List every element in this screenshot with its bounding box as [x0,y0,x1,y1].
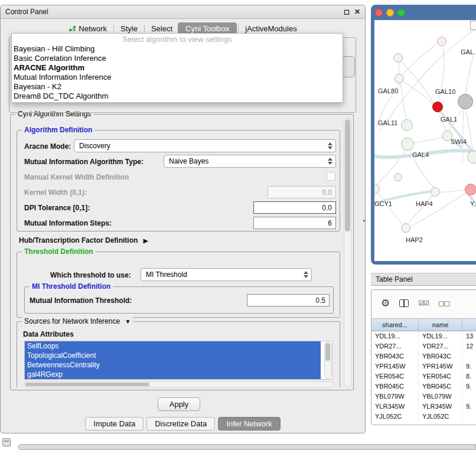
algorithm-option[interactable]: Bayesian - Hill Climbing [12,44,343,54]
sources-group: Sources for Network Inference ▼ Data Att… [17,321,340,387]
data-attribute-option[interactable]: gal4RGexp [25,370,321,379]
table-header-row: shared... name [371,318,476,331]
attribute-list-scrollbar[interactable] [324,342,331,379]
network-canvas[interactable]: GAL... GAL80 GAL10 GAL11 GAL1 SWI4 GAL4 … [374,20,476,261]
combo-arrows-icon [328,142,332,149]
network-node[interactable] [437,37,446,46]
network-node[interactable] [401,119,413,131]
scrollbar-thumb[interactable] [325,343,330,361]
network-node[interactable] [394,173,402,181]
table-cell: YBR045C [371,381,419,392]
node-label: SWI4 [451,138,467,145]
algorithm-dropdown-list: Select algorithm to view settings Bayesi… [11,33,343,103]
network-node[interactable] [467,151,476,164]
zoom-traffic-light[interactable] [397,9,405,17]
algorithm-option-selected[interactable]: ARACNE Algorithm [12,63,343,73]
table-row[interactable]: YDL19... YDL19... 13 [371,331,476,341]
mi-threshold-input[interactable]: 0.5 [247,294,330,306]
tab-jactivemodules-label: jActiveModules [245,24,296,33]
table-row[interactable]: YDR27... YDR27... 12 [371,341,476,351]
column-header-name[interactable]: name [419,319,462,331]
sources-section-toggle[interactable]: Sources for Network Inference ▼ [22,317,133,325]
table-cell [462,351,476,361]
manual-kernel-width-checkbox[interactable] [327,172,335,181]
table-row[interactable]: YBL079W YBL079W [371,392,476,402]
threshold-definition-title: Threshold Definition [22,247,96,256]
network-node[interactable] [465,184,476,195]
gear-icon[interactable]: ⚙ [381,298,390,308]
table-row[interactable]: YBR045C YBR045C 9. [371,381,476,392]
data-attributes-label: Data Attributes [23,330,74,338]
network-node-hub[interactable] [458,94,473,109]
network-node[interactable] [431,187,440,197]
table-body: YDL19... YDL19... 13 YDR27... YDR27... 1… [371,331,476,425]
column-header-shared-name[interactable]: shared... [371,319,419,331]
columns-icon[interactable] [399,299,409,307]
control-panel-window: Control Panel ◻ ✕ Network Style [0,5,366,433]
column-header-extra[interactable] [462,319,476,331]
tab-impute-data[interactable]: Impute Data [85,417,144,431]
table-cell: YJL052C [371,412,419,422]
horizontal-scrollbar[interactable] [18,444,476,450]
attribute-list-hscrollbar[interactable] [24,381,334,387]
network-icon [69,25,76,32]
scrollbar-thumb[interactable] [25,383,149,386]
mi-algorithm-type-value: Naive Bayes [169,157,208,165]
data-attribute-option[interactable]: SelfLoops [25,341,321,351]
node-label: HAP2 [406,236,423,243]
mi-threshold-value: 0.5 [315,296,325,305]
network-node-highlighted[interactable] [432,102,443,112]
cyni-algorithm-settings-group: Cyni Algorithm Settings Algorithm Defini… [10,114,354,390]
minimize-traffic-light[interactable] [386,9,394,17]
table-cell: YLR345W [419,402,462,412]
collapsed-panel-button[interactable] [2,438,11,446]
node-label: GAL11 [378,119,397,126]
tab-discretize-data[interactable]: Discretize Data [146,417,215,431]
table-panel-title: Table Panel [376,275,413,283]
control-panel-title: Control Panel [5,8,48,16]
kernel-width-value: 0.0 [322,188,332,197]
tab-separator [113,25,114,32]
tab-infer-network[interactable]: Infer Network [218,417,280,431]
mi-steps-input[interactable]: 6 [253,217,336,229]
mi-algorithm-type-select[interactable]: Naive Bayes [164,155,336,168]
data-attributes-list[interactable]: SelfLoops TopologicalCoefficient Between… [24,341,332,380]
settings-scrollbar[interactable] [344,118,351,387]
table-panel-titlebar[interactable]: Table Panel [371,273,476,286]
network-node[interactable] [395,74,404,83]
close-traffic-light[interactable] [375,9,383,17]
which-threshold-select[interactable]: MI Threshold [141,268,312,281]
algorithm-option[interactable]: Mutual Information Inference [12,73,343,82]
table-row[interactable]: YPR145W YPR145W 9. [371,361,476,371]
algorithm-option[interactable]: Basic Correlation Inference [12,54,343,63]
hub-section-toggle[interactable]: Hub/Transcription Factor Definition ▶ [19,236,148,244]
apply-button[interactable]: Apply [158,397,200,411]
control-panel-titlebar[interactable]: Control Panel ◻ ✕ [1,5,365,19]
kernel-width-input[interactable]: 0.0 [268,186,336,198]
algorithm-option[interactable]: Dream8 DC_TDC Algorithm [12,92,343,101]
threshold-definition-group: Threshold Definition Which threshold to … [17,252,340,318]
close-window-icon[interactable]: ✕ [354,8,360,15]
dpi-tolerance-label: DPI Tolerance [0,1]: [24,204,90,212]
dpi-tolerance-input[interactable]: 0.0 [253,201,336,214]
aracne-mode-select[interactable]: Discovery [74,139,336,152]
network-node[interactable] [401,138,414,151]
scrollbar-thumb[interactable] [345,119,350,231]
table-row[interactable]: YBR043C YBR043C [371,351,476,361]
network-node[interactable] [393,53,403,63]
table-row[interactable]: YJL052C YJL052C [371,412,476,422]
data-attribute-option[interactable]: BetweennessCentrality [25,360,321,370]
network-node[interactable] [401,223,410,233]
deselect-all-icon[interactable]: ▢▢ [438,299,449,307]
table-cell: YBR043C [419,351,462,361]
algorithm-option[interactable]: Bayesian - K2 [12,82,343,92]
table-row[interactable]: YLR345W YLR345W 9. [371,402,476,412]
table-row[interactable]: YER054C YER054C 8. [371,371,476,381]
panel-splitter-handle[interactable]: ▸ [363,217,366,223]
table-cell: YDR27... [371,341,419,351]
canvas-scrollbar-button[interactable] [470,21,476,30]
table-cell: YPR145W [371,361,419,371]
float-window-icon[interactable]: ◻ [344,8,350,15]
data-attribute-option[interactable]: TopologicalCoefficient [25,351,321,360]
select-all-icon[interactable]: ☑☑ [418,299,429,307]
